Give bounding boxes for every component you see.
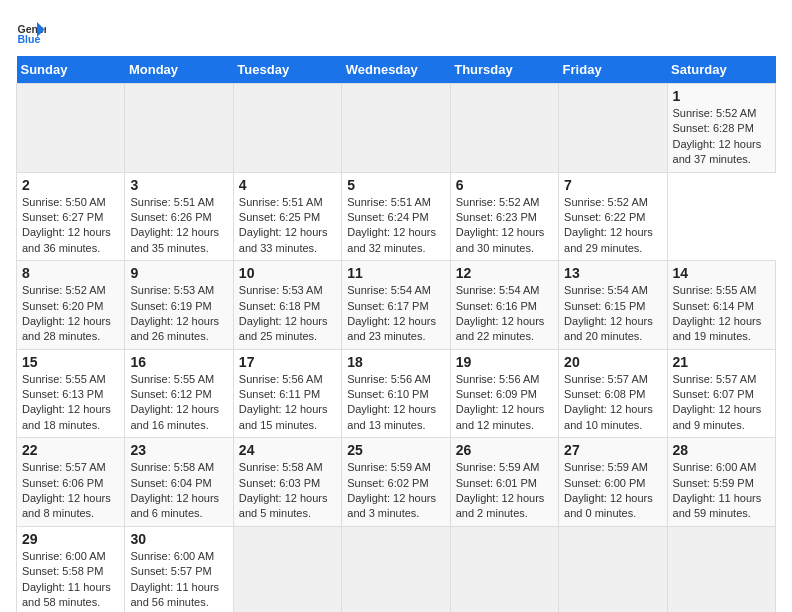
calendar-cell: 7 Sunrise: 5:52 AMSunset: 6:22 PMDayligh… (559, 172, 667, 261)
day-info: Sunrise: 5:59 AMSunset: 6:01 PMDaylight:… (456, 460, 553, 522)
calendar-cell (233, 84, 341, 173)
calendar-cell (17, 84, 125, 173)
day-info: Sunrise: 5:55 AMSunset: 6:12 PMDaylight:… (130, 372, 227, 434)
day-info: Sunrise: 6:00 AMSunset: 5:58 PMDaylight:… (22, 549, 119, 611)
calendar-week-row: 29 Sunrise: 6:00 AMSunset: 5:58 PMDaylig… (17, 526, 776, 612)
calendar-cell: 17 Sunrise: 5:56 AMSunset: 6:11 PMDaylig… (233, 349, 341, 438)
calendar-cell (667, 526, 775, 612)
day-number: 4 (239, 177, 336, 193)
calendar-cell: 30 Sunrise: 6:00 AMSunset: 5:57 PMDaylig… (125, 526, 233, 612)
day-number: 29 (22, 531, 119, 547)
calendar-cell (450, 84, 558, 173)
day-number: 5 (347, 177, 444, 193)
calendar-cell: 22 Sunrise: 5:57 AMSunset: 6:06 PMDaylig… (17, 438, 125, 527)
day-number: 9 (130, 265, 227, 281)
day-info: Sunrise: 5:55 AMSunset: 6:14 PMDaylight:… (673, 283, 770, 345)
day-number: 20 (564, 354, 661, 370)
calendar-cell (559, 84, 667, 173)
day-info: Sunrise: 5:52 AMSunset: 6:28 PMDaylight:… (673, 106, 770, 168)
day-info: Sunrise: 5:50 AMSunset: 6:27 PMDaylight:… (22, 195, 119, 257)
calendar-header-row: SundayMondayTuesdayWednesdayThursdayFrid… (17, 56, 776, 84)
col-header-thursday: Thursday (450, 56, 558, 84)
day-info: Sunrise: 5:51 AMSunset: 6:24 PMDaylight:… (347, 195, 444, 257)
day-number: 21 (673, 354, 770, 370)
day-info: Sunrise: 5:57 AMSunset: 6:06 PMDaylight:… (22, 460, 119, 522)
day-number: 23 (130, 442, 227, 458)
calendar-cell: 14 Sunrise: 5:55 AMSunset: 6:14 PMDaylig… (667, 261, 775, 350)
day-info: Sunrise: 5:54 AMSunset: 6:17 PMDaylight:… (347, 283, 444, 345)
day-info: Sunrise: 5:56 AMSunset: 6:09 PMDaylight:… (456, 372, 553, 434)
day-number: 27 (564, 442, 661, 458)
day-info: Sunrise: 5:57 AMSunset: 6:08 PMDaylight:… (564, 372, 661, 434)
calendar-cell (125, 84, 233, 173)
day-info: Sunrise: 5:58 AMSunset: 6:04 PMDaylight:… (130, 460, 227, 522)
day-info: Sunrise: 5:51 AMSunset: 6:25 PMDaylight:… (239, 195, 336, 257)
day-info: Sunrise: 5:53 AMSunset: 6:19 PMDaylight:… (130, 283, 227, 345)
calendar-week-row: 1 Sunrise: 5:52 AMSunset: 6:28 PMDayligh… (17, 84, 776, 173)
day-number: 8 (22, 265, 119, 281)
col-header-tuesday: Tuesday (233, 56, 341, 84)
col-header-sunday: Sunday (17, 56, 125, 84)
calendar-cell: 15 Sunrise: 5:55 AMSunset: 6:13 PMDaylig… (17, 349, 125, 438)
day-number: 2 (22, 177, 119, 193)
day-number: 10 (239, 265, 336, 281)
day-number: 14 (673, 265, 770, 281)
day-info: Sunrise: 5:56 AMSunset: 6:10 PMDaylight:… (347, 372, 444, 434)
day-number: 30 (130, 531, 227, 547)
calendar-cell: 3 Sunrise: 5:51 AMSunset: 6:26 PMDayligh… (125, 172, 233, 261)
calendar-cell (559, 526, 667, 612)
calendar-cell: 21 Sunrise: 5:57 AMSunset: 6:07 PMDaylig… (667, 349, 775, 438)
day-number: 26 (456, 442, 553, 458)
day-number: 12 (456, 265, 553, 281)
calendar-cell: 1 Sunrise: 5:52 AMSunset: 6:28 PMDayligh… (667, 84, 775, 173)
col-header-wednesday: Wednesday (342, 56, 450, 84)
day-info: Sunrise: 5:54 AMSunset: 6:15 PMDaylight:… (564, 283, 661, 345)
day-info: Sunrise: 5:51 AMSunset: 6:26 PMDaylight:… (130, 195, 227, 257)
logo: General Blue (16, 16, 46, 46)
day-info: Sunrise: 5:54 AMSunset: 6:16 PMDaylight:… (456, 283, 553, 345)
day-info: Sunrise: 6:00 AMSunset: 5:59 PMDaylight:… (673, 460, 770, 522)
col-header-friday: Friday (559, 56, 667, 84)
calendar-cell (342, 526, 450, 612)
day-number: 15 (22, 354, 119, 370)
calendar-cell: 26 Sunrise: 5:59 AMSunset: 6:01 PMDaylig… (450, 438, 558, 527)
day-info: Sunrise: 5:59 AMSunset: 6:02 PMDaylight:… (347, 460, 444, 522)
col-header-saturday: Saturday (667, 56, 775, 84)
day-number: 3 (130, 177, 227, 193)
day-number: 1 (673, 88, 770, 104)
calendar-cell: 11 Sunrise: 5:54 AMSunset: 6:17 PMDaylig… (342, 261, 450, 350)
day-info: Sunrise: 5:57 AMSunset: 6:07 PMDaylight:… (673, 372, 770, 434)
calendar-cell (342, 84, 450, 173)
calendar-cell: 20 Sunrise: 5:57 AMSunset: 6:08 PMDaylig… (559, 349, 667, 438)
day-info: Sunrise: 5:52 AMSunset: 6:23 PMDaylight:… (456, 195, 553, 257)
calendar-week-row: 8 Sunrise: 5:52 AMSunset: 6:20 PMDayligh… (17, 261, 776, 350)
calendar-cell: 10 Sunrise: 5:53 AMSunset: 6:18 PMDaylig… (233, 261, 341, 350)
calendar-cell: 28 Sunrise: 6:00 AMSunset: 5:59 PMDaylig… (667, 438, 775, 527)
calendar-cell: 2 Sunrise: 5:50 AMSunset: 6:27 PMDayligh… (17, 172, 125, 261)
day-number: 24 (239, 442, 336, 458)
calendar-cell: 23 Sunrise: 5:58 AMSunset: 6:04 PMDaylig… (125, 438, 233, 527)
calendar-cell: 19 Sunrise: 5:56 AMSunset: 6:09 PMDaylig… (450, 349, 558, 438)
day-number: 28 (673, 442, 770, 458)
calendar-cell: 29 Sunrise: 6:00 AMSunset: 5:58 PMDaylig… (17, 526, 125, 612)
day-info: Sunrise: 5:56 AMSunset: 6:11 PMDaylight:… (239, 372, 336, 434)
calendar-cell: 9 Sunrise: 5:53 AMSunset: 6:19 PMDayligh… (125, 261, 233, 350)
day-info: Sunrise: 5:52 AMSunset: 6:22 PMDaylight:… (564, 195, 661, 257)
day-info: Sunrise: 6:00 AMSunset: 5:57 PMDaylight:… (130, 549, 227, 611)
calendar-cell: 16 Sunrise: 5:55 AMSunset: 6:12 PMDaylig… (125, 349, 233, 438)
day-number: 17 (239, 354, 336, 370)
calendar-cell: 12 Sunrise: 5:54 AMSunset: 6:16 PMDaylig… (450, 261, 558, 350)
calendar-cell: 25 Sunrise: 5:59 AMSunset: 6:02 PMDaylig… (342, 438, 450, 527)
day-info: Sunrise: 5:53 AMSunset: 6:18 PMDaylight:… (239, 283, 336, 345)
day-number: 13 (564, 265, 661, 281)
day-number: 25 (347, 442, 444, 458)
calendar-cell: 6 Sunrise: 5:52 AMSunset: 6:23 PMDayligh… (450, 172, 558, 261)
logo-icon: General Blue (16, 16, 46, 46)
day-info: Sunrise: 5:58 AMSunset: 6:03 PMDaylight:… (239, 460, 336, 522)
day-number: 7 (564, 177, 661, 193)
calendar-week-row: 15 Sunrise: 5:55 AMSunset: 6:13 PMDaylig… (17, 349, 776, 438)
day-number: 16 (130, 354, 227, 370)
day-info: Sunrise: 5:59 AMSunset: 6:00 PMDaylight:… (564, 460, 661, 522)
calendar-week-row: 2 Sunrise: 5:50 AMSunset: 6:27 PMDayligh… (17, 172, 776, 261)
calendar-cell: 5 Sunrise: 5:51 AMSunset: 6:24 PMDayligh… (342, 172, 450, 261)
